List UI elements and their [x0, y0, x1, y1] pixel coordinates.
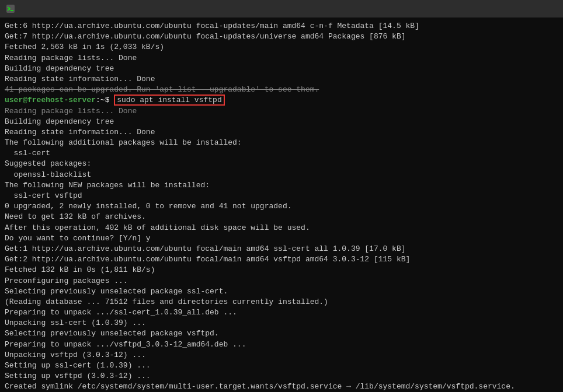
- terminal-line: Reading state information... Done: [5, 127, 558, 138]
- window: Get:6 http://ua.archive.ubuntu.com/ubunt…: [0, 0, 563, 392]
- terminal-line: user@freehost-server:~$ sudo apt install…: [5, 95, 558, 106]
- terminal-line: Preconfiguring packages ...: [5, 276, 558, 286]
- terminal-line: The following NEW packages will be insta…: [5, 180, 558, 191]
- terminal-icon: [6, 4, 15, 13]
- maximize-button[interactable]: [536, 5, 544, 13]
- terminal-line: After this operation, 402 kB of addition…: [5, 223, 558, 233]
- terminal-line: 0 upgraded, 2 newly installed, 0 to remo…: [5, 201, 558, 212]
- terminal-line: Fetched 132 kB in 0s (1,811 kB/s): [5, 265, 558, 275]
- title-bar: [0, 0, 563, 18]
- close-button[interactable]: [549, 5, 557, 13]
- terminal-line: Reading package lists... Done: [5, 106, 558, 117]
- title-bar-controls: [523, 5, 557, 13]
- terminal-line: Preparing to unpack .../ssl-cert_1.0.39_…: [5, 307, 558, 318]
- terminal-line: Unpacking vsftpd (3.0.3-12) ...: [5, 350, 558, 360]
- terminal-line: Unpacking ssl-cert (1.0.39) ...: [5, 318, 558, 328]
- terminal-line: Get:6 http://ua.archive.ubuntu.com/ubunt…: [5, 21, 558, 32]
- terminal-line: Get:7 http://ua.archive.ubuntu.com/ubunt…: [5, 32, 558, 42]
- terminal-line: Get:1 http://ua.archive.ubuntu.com/ubunt…: [5, 244, 558, 254]
- terminal-line: Preparing to unpack .../vsftpd_3.0.3-12_…: [5, 340, 558, 350]
- terminal-line: Get:2 http://ua.archive.ubuntu.com/ubunt…: [5, 254, 558, 265]
- terminal-line: Suggested packages:: [5, 159, 558, 169]
- terminal-line: Setting up vsftpd (3.0.3-12) ...: [5, 371, 558, 382]
- terminal-line: Need to get 132 kB of archives.: [5, 212, 558, 222]
- terminal-line: Building dependency tree: [5, 64, 558, 74]
- prompt-sep: :~$: [96, 96, 114, 104]
- terminal-line: 41 packages can be upgraded. Run 'apt li…: [5, 85, 558, 95]
- terminal-line: Selecting previously unselected package …: [5, 286, 558, 297]
- terminal-line: openssl-blacklist: [5, 170, 558, 180]
- terminal-line: ssl-cert vsftpd: [5, 191, 558, 201]
- terminal-line: ssl-cert: [5, 148, 558, 159]
- terminal-line: Reading state information... Done: [5, 74, 558, 85]
- terminal-line: Created symlink /etc/systemd/system/mult…: [5, 382, 558, 392]
- terminal-line: Fetched 2,563 kB in 1s (2,033 kB/s): [5, 42, 558, 52]
- terminal-line: Setting up ssl-cert (1.0.39) ...: [5, 360, 558, 371]
- terminal-line: Do you want to continue? [Y/n] y: [5, 233, 558, 244]
- terminal-line: The following additional packages will b…: [5, 138, 558, 148]
- minimize-button[interactable]: [523, 5, 531, 13]
- terminal-line: Reading package lists... Done: [5, 53, 558, 64]
- terminal-line: (Reading database ... 71512 files and di…: [5, 297, 558, 307]
- terminal-line: Building dependency tree: [5, 117, 558, 127]
- terminal-body[interactable]: Get:6 http://ua.archive.ubuntu.com/ubunt…: [0, 18, 563, 392]
- prompt-user: user@freehost-server: [5, 96, 96, 104]
- terminal-line: Selecting previously unselected package …: [5, 328, 558, 339]
- command-text: sudo apt install vsftpd: [114, 94, 224, 106]
